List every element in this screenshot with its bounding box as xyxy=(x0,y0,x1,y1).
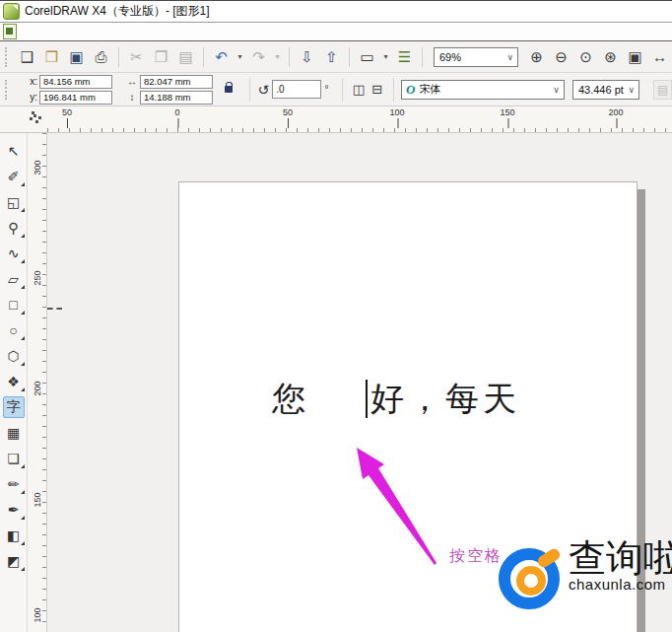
separator xyxy=(203,47,204,67)
zoom-to-all-objects-icon[interactable]: ⊛ xyxy=(599,45,622,68)
ruler-origin-corner[interactable] xyxy=(0,106,47,132)
rotation-icon: ↺ xyxy=(257,82,269,98)
font-name-value: 宋体 xyxy=(419,82,440,97)
save-icon[interactable]: ▣ xyxy=(65,45,88,68)
crop-tool[interactable]: ◱ xyxy=(3,191,25,213)
arrow-shape xyxy=(357,448,437,565)
redo-dropdown-icon[interactable]: ▾ xyxy=(272,45,283,68)
zoom-in-icon[interactable]: ⊕ xyxy=(525,45,548,68)
smart-fill-tool[interactable]: ▱ xyxy=(3,268,25,290)
document-icon[interactable] xyxy=(3,24,17,39)
y-position-field[interactable]: 196.841 mm xyxy=(39,91,112,105)
title-bar: CorelDRAW X4（专业版）- [图形1] xyxy=(0,1,672,23)
pick-tool[interactable]: ↖ xyxy=(3,140,25,162)
property-bar-grip[interactable] xyxy=(5,80,12,100)
property-bar: x: 84.156 mm y: 196.841 mm ↔ 82.047 mm ↕… xyxy=(0,73,672,106)
styles-icon: ▤ xyxy=(653,80,672,100)
font-list-combo[interactable]: O 宋体 ∨ xyxy=(401,80,565,100)
zoom-level-value: 69% xyxy=(439,51,461,63)
application-launcher-icon[interactable]: ▭ xyxy=(356,45,378,68)
chevron-down-icon: ∨ xyxy=(624,85,638,95)
drawing-workspace: 您 好，每天 按空格 查询啦 chaxunla.com xyxy=(47,133,672,632)
export-icon[interactable]: ⇧ xyxy=(320,45,343,68)
width-icon: ↔ xyxy=(126,76,138,87)
height-icon: ↕ xyxy=(126,92,138,103)
shape-tool[interactable]: ✐ xyxy=(3,166,25,187)
open-icon[interactable]: ❒ xyxy=(40,45,63,68)
copy-icon[interactable]: ❐ xyxy=(150,45,172,68)
chevron-down-icon: ∨ xyxy=(503,52,517,62)
x-position-field[interactable]: 84.156 mm xyxy=(39,75,112,89)
height-field[interactable]: 14.188 mm xyxy=(140,91,213,105)
zoom-out-icon[interactable]: ⊖ xyxy=(550,45,572,68)
dash-marker xyxy=(47,308,62,310)
zoom-to-page-icon[interactable]: ▣ xyxy=(624,45,646,68)
h-ruler-label: 100 xyxy=(389,107,404,117)
cut-icon[interactable]: ✂ xyxy=(125,45,148,68)
mirror-vertical-icon[interactable]: ⊟ xyxy=(368,80,386,100)
ruler-row: 50050100150200 xyxy=(0,106,672,133)
print-icon[interactable]: ⎙ xyxy=(90,45,112,68)
separator xyxy=(342,78,343,102)
mirror-horizontal-icon[interactable]: ◫ xyxy=(349,80,368,100)
object-position-group: x: 84.156 mm y: 196.841 mm xyxy=(29,75,112,105)
toolbar-grip[interactable] xyxy=(5,47,12,67)
ellipse-tool[interactable]: ○ xyxy=(3,319,25,341)
window-title: CorelDRAW X4（专业版）- [图形1] xyxy=(25,3,210,20)
watermark-domain: chaxunla.com xyxy=(569,576,672,593)
v-ruler-label: 250 xyxy=(33,270,42,285)
opentype-icon: O xyxy=(406,82,415,98)
freehand-tool[interactable]: ∿ xyxy=(3,243,25,264)
redo-icon[interactable]: ↷ xyxy=(247,45,270,68)
h-ruler-label: 50 xyxy=(283,107,293,117)
rotation-angle-field[interactable]: .0 xyxy=(272,80,320,99)
v-ruler-label: 100 xyxy=(33,607,42,622)
object-size-group: ↔ 82.047 mm ↕ 14.188 mm xyxy=(126,75,213,105)
application-launcher-dropdown-icon[interactable]: ▾ xyxy=(380,45,391,68)
width-field[interactable]: 82.047 mm xyxy=(140,75,213,89)
watermark-text: 查询啦 chaxunla.com xyxy=(569,538,672,593)
ruler-origin-icon xyxy=(34,114,36,117)
vertical-ruler[interactable]: 300250200150100 xyxy=(28,133,47,632)
degree-symbol: ° xyxy=(325,84,329,95)
import-icon[interactable]: ⇩ xyxy=(296,45,318,68)
polygon-tool[interactable]: ⬡ xyxy=(3,345,25,367)
horizontal-ruler[interactable]: 50050100150200 xyxy=(47,106,672,132)
separator xyxy=(349,47,350,67)
basic-shapes-tool[interactable]: ❖ xyxy=(3,371,25,392)
lock-ratio-icon[interactable] xyxy=(225,86,233,93)
separator xyxy=(289,47,290,67)
fill-tool[interactable]: ◧ xyxy=(3,525,25,546)
new-document-icon[interactable]: ❑ xyxy=(16,45,38,68)
coreldraw-window: CorelDRAW X4（专业版）- [图形1] ❑❒▣⎙✂❐▤↶▾↷▾⇩⇧▭▾… xyxy=(0,0,672,632)
separator xyxy=(249,78,250,102)
toolbox: ↖✐◱⚲∿▱□○⬡❖字▦❏✏✒◧◩ xyxy=(0,133,28,632)
paste-icon[interactable]: ▤ xyxy=(174,45,197,68)
outline-pen-tool[interactable]: ✒ xyxy=(3,499,25,521)
zoom-level-combo[interactable]: 69% ∨ xyxy=(434,47,518,67)
interactive-blend-tool[interactable]: ❏ xyxy=(3,448,25,469)
y-label: y: xyxy=(29,92,37,103)
zoom-tool[interactable]: ⚲ xyxy=(3,217,25,239)
rectangle-tool[interactable]: □ xyxy=(3,294,25,316)
v-ruler-label: 200 xyxy=(33,381,42,395)
h-ruler-label: 200 xyxy=(608,107,623,117)
zoom-to-page-width-icon[interactable]: ↔ xyxy=(648,45,671,68)
text-tool[interactable]: 字 xyxy=(3,396,25,418)
zoom-toolbar-buttons: ⊕⊖⊙⊛▣↔ xyxy=(524,45,672,68)
eyedropper-tool[interactable]: ✏ xyxy=(3,473,25,495)
chaxunla-logo-icon xyxy=(496,538,567,615)
font-size-combo[interactable]: 43.446 pt ∨ xyxy=(572,80,639,100)
coreldraw-app-icon xyxy=(3,3,20,20)
table-tool[interactable]: ▦ xyxy=(3,422,25,444)
separator xyxy=(118,47,119,67)
undo-icon[interactable]: ↶ xyxy=(210,45,233,68)
font-size-value: 43.446 pt xyxy=(578,84,624,96)
undo-dropdown-icon[interactable]: ▾ xyxy=(235,45,245,68)
separator xyxy=(393,78,394,102)
welcome-screen-icon[interactable]: ☰ xyxy=(393,45,416,68)
zoom-to-selected-icon[interactable]: ⊙ xyxy=(574,45,597,68)
h-ruler-label: 50 xyxy=(62,107,72,117)
interactive-fill-tool[interactable]: ◩ xyxy=(3,550,25,572)
v-ruler-label: 150 xyxy=(33,492,42,507)
